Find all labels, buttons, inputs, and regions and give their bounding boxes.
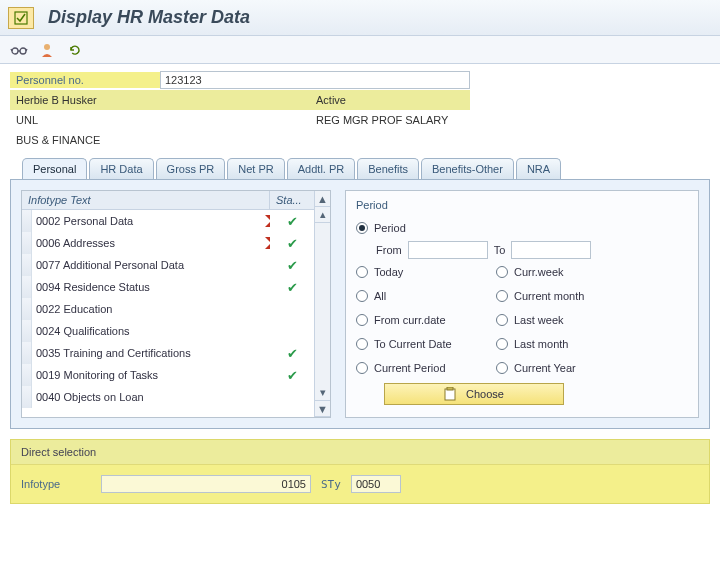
row-handle[interactable] bbox=[22, 254, 32, 276]
to-label: To bbox=[494, 244, 506, 256]
infotype-cell: 0024 Qualifications bbox=[32, 325, 270, 337]
tab-addtl-pr[interactable]: Addtl. PR bbox=[287, 158, 355, 179]
radio-currperiod[interactable] bbox=[356, 362, 368, 374]
radio-tocurr[interactable] bbox=[356, 338, 368, 350]
personnel-no-label: Personnel no. bbox=[10, 72, 160, 88]
app-icon bbox=[8, 7, 34, 29]
table-row[interactable]: 0006 Addresses✔ bbox=[22, 232, 314, 254]
radio-period[interactable] bbox=[356, 222, 368, 234]
scroll-down-icon[interactable]: ▾ bbox=[315, 385, 330, 401]
col-status[interactable]: Sta... bbox=[270, 191, 314, 209]
radio-today[interactable] bbox=[356, 266, 368, 278]
col-infotype-text[interactable]: Infotype Text bbox=[22, 191, 270, 209]
page-title: Display HR Master Data bbox=[48, 7, 250, 28]
period-group-title: Period bbox=[356, 199, 688, 211]
table-row[interactable]: 0077 Additional Personal Data✔ bbox=[22, 254, 314, 276]
tab-benefits[interactable]: Benefits bbox=[357, 158, 419, 179]
choose-button[interactable]: Choose bbox=[384, 383, 564, 405]
check-icon: ✔ bbox=[287, 368, 298, 383]
radio-lastweek[interactable] bbox=[496, 314, 508, 326]
position-text: REG MGR PROF SALARY bbox=[310, 112, 454, 128]
personnel-no-input[interactable] bbox=[160, 71, 470, 89]
svg-point-2 bbox=[20, 48, 26, 54]
svg-rect-5 bbox=[447, 387, 453, 390]
row-handle[interactable] bbox=[22, 320, 32, 342]
check-icon: ✔ bbox=[287, 280, 298, 295]
scroll-bottom-icon[interactable]: ▼ bbox=[315, 401, 330, 417]
infotype-cell: 0077 Additional Personal Data bbox=[32, 259, 270, 271]
table-row[interactable]: 0094 Residence Status✔ bbox=[22, 276, 314, 298]
org2: BUS & FINANCE bbox=[10, 132, 106, 148]
row-handle[interactable] bbox=[22, 232, 32, 254]
clipboard-icon bbox=[444, 387, 456, 401]
status-cell: ✔ bbox=[270, 346, 314, 361]
direct-selection-title: Direct selection bbox=[11, 440, 709, 465]
table-row[interactable]: 0022 Education bbox=[22, 298, 314, 320]
table-row[interactable]: 0040 Objects on Loan bbox=[22, 386, 314, 408]
tab-personal[interactable]: Personal bbox=[22, 158, 87, 179]
table-row[interactable]: 0019 Monitoring of Tasks✔ bbox=[22, 364, 314, 386]
check-icon: ✔ bbox=[287, 236, 298, 251]
sty-label: STy bbox=[321, 478, 341, 491]
scrollbar-track[interactable] bbox=[315, 223, 330, 385]
infotype-cell: 0035 Training and Certifications bbox=[32, 347, 270, 359]
status-cell: ✔ bbox=[270, 368, 314, 383]
infotype-cell: 0094 Residence Status bbox=[32, 281, 270, 293]
row-handle[interactable] bbox=[22, 298, 32, 320]
radio-lastmonth[interactable] bbox=[496, 338, 508, 350]
check-icon: ✔ bbox=[287, 258, 298, 273]
table-row[interactable]: 0024 Qualifications bbox=[22, 320, 314, 342]
person-icon[interactable] bbox=[36, 40, 58, 60]
employee-name: Herbie B Husker bbox=[10, 92, 160, 108]
tab-hr-data[interactable]: HR Data bbox=[89, 158, 153, 179]
from-label: From bbox=[376, 244, 402, 256]
radio-fromcurr[interactable] bbox=[356, 314, 368, 326]
status-cell: ✔ bbox=[270, 258, 314, 273]
table-row[interactable]: 0035 Training and Certifications✔ bbox=[22, 342, 314, 364]
infotype-cell: 0006 Addresses bbox=[32, 237, 270, 249]
row-handle[interactable] bbox=[22, 276, 32, 298]
tab-gross-pr[interactable]: Gross PR bbox=[156, 158, 226, 179]
svg-rect-0 bbox=[15, 12, 27, 24]
table-row[interactable]: 0002 Personal Data✔ bbox=[22, 210, 314, 232]
row-handle[interactable] bbox=[22, 210, 32, 232]
status-cell: ✔ bbox=[270, 214, 314, 229]
svg-point-3 bbox=[44, 44, 50, 50]
radio-all[interactable] bbox=[356, 290, 368, 302]
check-icon: ✔ bbox=[287, 346, 298, 361]
row-handle[interactable] bbox=[22, 386, 32, 408]
check-icon: ✔ bbox=[287, 214, 298, 229]
sty-input[interactable] bbox=[351, 475, 401, 493]
choose-label: Choose bbox=[466, 388, 504, 400]
status-cell: ✔ bbox=[270, 280, 314, 295]
row-handle[interactable] bbox=[22, 342, 32, 364]
row-handle[interactable] bbox=[22, 364, 32, 386]
org1: UNL bbox=[10, 112, 310, 128]
radio-curryear[interactable] bbox=[496, 362, 508, 374]
infotype-cell: 0040 Objects on Loan bbox=[32, 391, 270, 403]
to-input[interactable] bbox=[511, 241, 591, 259]
scroll-top-icon[interactable]: ▲ bbox=[315, 191, 330, 207]
infotype-cell: 0019 Monitoring of Tasks bbox=[32, 369, 270, 381]
radio-currmonth[interactable] bbox=[496, 290, 508, 302]
refresh-icon[interactable] bbox=[64, 40, 86, 60]
glasses-icon[interactable] bbox=[8, 40, 30, 60]
svg-point-1 bbox=[12, 48, 18, 54]
tab-benefits-other[interactable]: Benefits-Other bbox=[421, 158, 514, 179]
status-cell: ✔ bbox=[270, 236, 314, 251]
infotype-cell: 0002 Personal Data bbox=[32, 215, 270, 227]
radio-currweek[interactable] bbox=[496, 266, 508, 278]
employee-status: Active bbox=[310, 92, 352, 108]
from-input[interactable] bbox=[408, 241, 488, 259]
tab-nra[interactable]: NRA bbox=[516, 158, 561, 179]
infotype-cell: 0022 Education bbox=[32, 303, 270, 315]
tab-net-pr[interactable]: Net PR bbox=[227, 158, 284, 179]
infotype-label: Infotype bbox=[21, 478, 91, 490]
svg-rect-4 bbox=[445, 389, 455, 400]
infotype-input[interactable] bbox=[101, 475, 311, 493]
radio-period-label: Period bbox=[374, 222, 406, 234]
scroll-up-icon[interactable]: ▴ bbox=[315, 207, 330, 223]
